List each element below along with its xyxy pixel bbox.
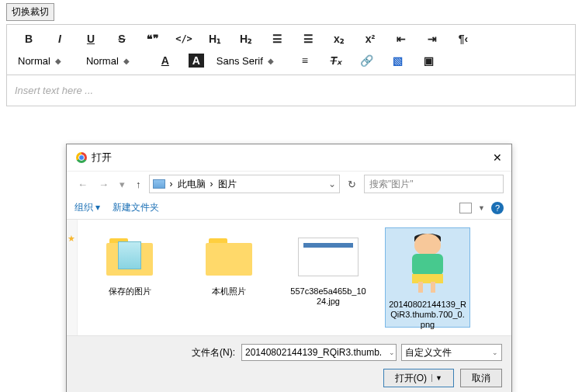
folder-item[interactable]: 本机照片 bbox=[186, 227, 272, 328]
align-button[interactable]: ≡ bbox=[289, 51, 320, 70]
new-folder-button[interactable]: 新建文件夹 bbox=[113, 201, 159, 214]
italic-button[interactable]: I bbox=[44, 29, 75, 48]
folder-item[interactable]: 保存的图片 bbox=[87, 227, 172, 328]
file-name: 20140802144139_RQiR3.thumb.700_0.png bbox=[386, 298, 469, 332]
dialog-nav-bar: ← → ▾ ↑ › 此电脑 › 图片 ⌄ ↻ 搜索"图片" bbox=[67, 171, 511, 196]
file-list: 保存的图片 本机照片 557c38e5a465b_1024.jpg 201408… bbox=[78, 220, 511, 335]
file-open-dialog: 打开 ✕ ← → ▾ ↑ › 此电脑 › 图片 ⌄ ↻ 搜索"图片" 组织 ▾ … bbox=[66, 144, 512, 392]
dialog-title: 打开 bbox=[92, 151, 112, 165]
cancel-button[interactable]: 取消 bbox=[460, 369, 502, 387]
subscript-button[interactable]: x₂ bbox=[324, 29, 355, 48]
underline-button[interactable]: U bbox=[75, 29, 106, 48]
link-button[interactable]: 🔗 bbox=[352, 51, 383, 70]
favorites-icon: ★ bbox=[68, 234, 75, 244]
image-item-selected[interactable]: 20140802144139_RQiR3.thumb.700_0.png bbox=[385, 227, 470, 328]
nav-up-button[interactable]: ↑ bbox=[133, 177, 144, 192]
open-button[interactable]: 打开(O)▼ bbox=[383, 369, 454, 387]
clear-format-button[interactable]: Tₓ bbox=[320, 51, 352, 70]
computer-icon bbox=[153, 179, 165, 189]
image-button[interactable]: ▧ bbox=[383, 51, 414, 70]
rich-text-editor: B I U S ❝❞ </> H₁ H₂ ☰ ☰ x₂ x² ⇤ ⇥ ¶‹ No… bbox=[6, 24, 576, 106]
strike-button[interactable]: S bbox=[106, 29, 137, 48]
editor-toolbar: B I U S ❝❞ </> H₁ H₂ ☰ ☰ x₂ x² ⇤ ⇥ ¶‹ No… bbox=[7, 25, 575, 75]
help-button[interactable]: ? bbox=[491, 202, 504, 214]
path-root[interactable]: 此电脑 bbox=[178, 178, 206, 191]
indent-increase-button[interactable]: ⇥ bbox=[417, 29, 448, 48]
path-breadcrumb[interactable]: › 此电脑 › 图片 ⌄ bbox=[149, 175, 341, 193]
file-name: 保存的图片 bbox=[87, 285, 172, 298]
heading-select[interactable]: Normal◆ bbox=[13, 51, 66, 70]
dialog-body: ★ 保存的图片 本机照片 557c38e5a465b_1024.jpg 2014… bbox=[67, 220, 511, 336]
font-select[interactable]: Sans Serif◆ bbox=[212, 51, 279, 70]
open-dropdown[interactable]: ▼ bbox=[431, 374, 442, 382]
file-type-filter[interactable]: 自定义文件⌄ bbox=[401, 344, 502, 361]
h1-button[interactable]: H₁ bbox=[199, 29, 230, 48]
dialog-toolbar: 组织 ▾ 新建文件夹 ▼ ? bbox=[67, 196, 511, 220]
chrome-icon bbox=[76, 152, 87, 163]
dialog-titlebar: 打开 ✕ bbox=[67, 144, 511, 171]
unordered-list-button[interactable]: ☰ bbox=[293, 29, 324, 48]
filename-label: 文件名(N): bbox=[192, 346, 235, 359]
bg-color-button[interactable]: A bbox=[189, 54, 204, 68]
search-input[interactable]: 搜索"图片" bbox=[364, 175, 504, 193]
path-sep: › bbox=[170, 179, 173, 189]
filename-input[interactable] bbox=[241, 344, 397, 361]
dialog-sidebar[interactable]: ★ bbox=[67, 220, 78, 335]
path-dropdown[interactable]: ⌄ bbox=[328, 179, 336, 189]
indent-decrease-button[interactable]: ⇤ bbox=[386, 29, 417, 48]
view-mode-button[interactable] bbox=[459, 203, 472, 213]
dialog-footer: 文件名(N): ⌄ 自定义文件⌄ 打开(O)▼ 取消 bbox=[67, 336, 511, 392]
nav-recent-button[interactable]: ▾ bbox=[116, 177, 128, 192]
size-select[interactable]: Normal◆ bbox=[81, 51, 134, 70]
file-name: 557c38e5a465b_1024.jpg bbox=[286, 285, 371, 308]
organize-menu[interactable]: 组织 ▾ bbox=[74, 201, 100, 214]
rtl-button[interactable]: ¶‹ bbox=[448, 29, 479, 48]
bold-button[interactable]: B bbox=[13, 29, 44, 48]
font-color-button[interactable]: A bbox=[150, 51, 181, 70]
view-dropdown[interactable]: ▼ bbox=[478, 204, 485, 212]
path-folder[interactable]: 图片 bbox=[218, 178, 237, 191]
quote-button[interactable]: ❝❞ bbox=[137, 29, 168, 48]
file-name: 本机照片 bbox=[186, 285, 272, 298]
nav-forward-button[interactable]: → bbox=[95, 177, 112, 192]
nav-back-button[interactable]: ← bbox=[74, 177, 91, 192]
superscript-button[interactable]: x² bbox=[355, 29, 386, 48]
image-item[interactable]: 557c38e5a465b_1024.jpg bbox=[286, 227, 371, 328]
path-sep: › bbox=[210, 179, 213, 189]
editor-content-area[interactable]: Insert text here ... bbox=[7, 75, 575, 106]
video-button[interactable]: ▣ bbox=[414, 51, 445, 70]
h2-button[interactable]: H₂ bbox=[230, 29, 262, 48]
code-button[interactable]: </> bbox=[168, 29, 199, 48]
toggle-crop-button[interactable]: 切换裁切 bbox=[6, 3, 54, 21]
refresh-button[interactable]: ↻ bbox=[345, 179, 359, 190]
ordered-list-button[interactable]: ☰ bbox=[262, 29, 293, 48]
close-button[interactable]: ✕ bbox=[493, 151, 502, 164]
